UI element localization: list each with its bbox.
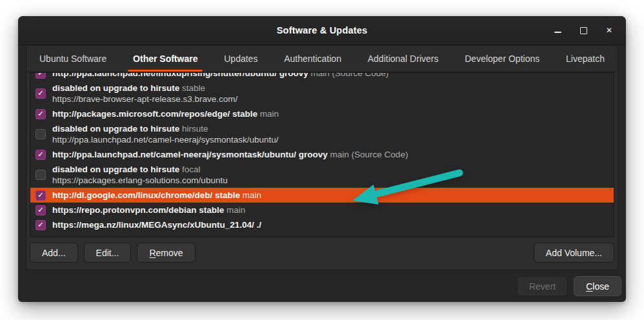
repo-row[interactable]: http://ppa.launchpad.net/camel-neeraj/sy…: [30, 147, 614, 162]
tab-authentication[interactable]: Authentication: [284, 46, 341, 72]
repo-line: http://ppa.launchpad.net/linuxuprising/s…: [52, 72, 388, 79]
tab-ubuntu-software[interactable]: Ubuntu Software: [39, 46, 106, 72]
repo-checkbox[interactable]: [35, 72, 46, 79]
repo-line: http://dl.google.com/linux/chrome/deb/ s…: [52, 190, 261, 201]
repo-line: http://ppa.launchpad.net/camel-neeraj/sy…: [52, 149, 408, 160]
repo-checkbox[interactable]: [35, 170, 46, 180]
repo-line: https://mega.nz/linux/MEGAsync/xUbuntu_2…: [52, 219, 261, 230]
titlebar[interactable]: Software & Updates ✕: [18, 16, 626, 45]
window-title: Software & Updates: [277, 25, 368, 35]
repo-row[interactable]: disabled on upgrade to hirsute stable ht…: [30, 81, 614, 106]
list-actions: Add... Edit... Remove Add Volume...: [26, 237, 618, 263]
repo-checkbox[interactable]: [35, 88, 46, 99]
maximize-icon: [580, 27, 587, 34]
repo-url-line: http://ppa.launchpad.net/camel-neeraj/sy…: [52, 134, 278, 145]
repo-row[interactable]: http://packages.microsoft.com/repos/edge…: [30, 106, 614, 121]
tab-bar: Ubuntu Software Other Software Updates A…: [26, 46, 618, 72]
remove-button-mnemonic: R: [149, 248, 156, 258]
repo-line: http://packages.microsoft.com/repos/edge…: [52, 108, 279, 119]
tab-other-software[interactable]: Other Software: [133, 46, 197, 72]
add-button[interactable]: Add...: [30, 243, 78, 263]
tab-updates[interactable]: Updates: [224, 46, 257, 72]
repo-list[interactable]: http://ppa.launchpad.net/linuxuprising/s…: [30, 72, 614, 237]
software-updates-window: Software & Updates ✕ Ubuntu Software Oth…: [18, 16, 626, 302]
dialog-action-bar: Revert Close: [18, 270, 626, 302]
remove-button[interactable]: Remove: [137, 243, 195, 263]
repo-line: https://repo.protonvpn.com/debian stable…: [52, 205, 245, 215]
repo-url-line: https://brave-browser-apt-release.s3.bra…: [52, 94, 237, 105]
repo-checkbox[interactable]: [35, 109, 46, 119]
repo-line: disabled on upgrade to hirsute stable: [52, 83, 237, 94]
minimize-icon: [554, 32, 561, 33]
repo-row[interactable]: https://mega.nz/linux/MEGAsync/xUbuntu_2…: [30, 217, 614, 232]
repo-row[interactable]: disabled on upgrade to hirsute focal htt…: [30, 162, 614, 188]
maximize-button[interactable]: [576, 23, 591, 38]
minimize-button[interactable]: [550, 23, 565, 38]
revert-button[interactable]: Revert: [517, 276, 568, 296]
close-button[interactable]: ✕: [601, 23, 617, 38]
repo-row[interactable]: disabled on upgrade to hirsute hirsute h…: [30, 121, 614, 147]
tab-developer-options[interactable]: Developer Options: [465, 46, 539, 72]
repo-checkbox[interactable]: [35, 205, 46, 215]
repo-url-line: https://packages.erlang-solutions.com/ub…: [52, 175, 228, 186]
repo-checkbox[interactable]: [35, 190, 46, 201]
repo-line: disabled on upgrade to hirsute hirsute: [52, 123, 278, 134]
content-panel: Ubuntu Software Other Software Updates A…: [26, 45, 618, 270]
tab-livepatch[interactable]: Livepatch: [566, 46, 605, 72]
repo-checkbox[interactable]: [35, 129, 46, 139]
tab-additional-drivers[interactable]: Additional Drivers: [368, 46, 439, 72]
add-volume-button[interactable]: Add Volume...: [534, 243, 614, 263]
close-dialog-mnemonic: C: [586, 281, 592, 292]
repo-row[interactable]: http://ppa.launchpad.net/linuxuprising/s…: [30, 72, 614, 81]
close-icon: ✕: [602, 23, 617, 38]
close-dialog-label: lose: [592, 281, 609, 292]
repo-row[interactable]: http://dl.google.com/linux/chrome/deb/ s…: [30, 188, 614, 203]
remove-button-label: emove: [156, 248, 183, 258]
repo-checkbox[interactable]: [35, 150, 46, 160]
window-controls: ✕: [550, 16, 617, 45]
repo-row[interactable]: https://repo.protonvpn.com/debian stable…: [30, 203, 614, 217]
edit-button[interactable]: Edit...: [84, 243, 132, 263]
repo-line: disabled on upgrade to hirsute focal: [52, 164, 228, 175]
repo-checkbox[interactable]: [35, 220, 46, 230]
close-dialog-button[interactable]: Close: [574, 276, 621, 296]
